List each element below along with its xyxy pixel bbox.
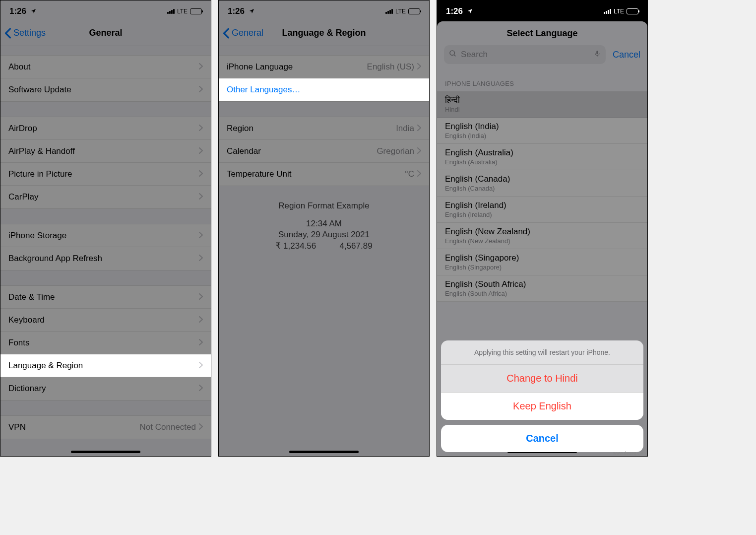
- cell-label: Calendar: [227, 146, 377, 156]
- cell-vpn[interactable]: VPNNot Connected: [0, 416, 211, 439]
- cell-picture-in-picture[interactable]: Picture in Picture: [0, 163, 211, 186]
- battery-icon: [627, 8, 638, 14]
- cell-label: Fonts: [8, 338, 199, 348]
- region-format-example: Region Format Example 12:34 AM Sunday, 2…: [219, 186, 429, 266]
- battery-icon: [190, 8, 202, 14]
- status-time: 1:26: [446, 6, 463, 16]
- status-time: 1:26: [228, 6, 245, 16]
- status-bar: 1:26 LTE: [219, 0, 429, 20]
- cell-about[interactable]: About: [0, 56, 211, 78]
- cell-label: Dictionary: [8, 384, 199, 394]
- home-indicator[interactable]: [289, 451, 359, 453]
- cell-date-time[interactable]: Date & Time: [0, 286, 211, 309]
- chevron-right-icon: [199, 169, 203, 179]
- chevron-right-icon: [199, 85, 203, 95]
- back-label: Settings: [13, 28, 46, 38]
- cell-software-update[interactable]: Software Update: [0, 78, 211, 101]
- cell-keyboard[interactable]: Keyboard: [0, 309, 211, 332]
- network-label: LTE: [614, 8, 624, 15]
- home-indicator[interactable]: [71, 451, 140, 453]
- cell-iphone-storage[interactable]: iPhone Storage: [0, 224, 211, 247]
- example-time: 12:34 AM: [219, 219, 429, 229]
- cell-value: Not Connected: [140, 422, 196, 432]
- cell-calendar[interactable]: CalendarGregorian: [219, 140, 429, 163]
- back-label: General: [232, 28, 263, 38]
- signal-icon: [385, 9, 393, 14]
- cell-airdrop[interactable]: AirDrop: [0, 117, 211, 140]
- chevron-right-icon: [199, 315, 203, 325]
- chevron-right-icon: [199, 124, 203, 134]
- cell-value: °C: [405, 169, 414, 179]
- cell-label: Picture in Picture: [8, 169, 199, 179]
- location-icon: [249, 6, 254, 16]
- chevron-right-icon: [417, 62, 421, 72]
- cell-label: Keyboard: [8, 315, 199, 325]
- chevron-right-icon: [199, 192, 203, 202]
- cell-label: About: [8, 62, 199, 72]
- cell-region[interactable]: RegionIndia: [219, 117, 429, 140]
- chevron-right-icon: [199, 384, 203, 394]
- chevron-right-icon: [199, 338, 203, 348]
- cell-label: iPhone Storage: [8, 231, 199, 241]
- cell-language-region[interactable]: Language & Region: [0, 354, 211, 377]
- cell-value: India: [396, 124, 414, 134]
- chevron-right-icon: [417, 124, 421, 134]
- battery-icon: [408, 8, 420, 14]
- network-label: LTE: [395, 8, 406, 15]
- location-icon: [31, 6, 36, 16]
- back-button[interactable]: Settings: [0, 28, 46, 39]
- cell-label: Temperature Unit: [227, 169, 405, 179]
- action-sheet: Applying this setting will restart your …: [441, 340, 643, 452]
- action-sheet-cancel-button[interactable]: Cancel: [441, 425, 643, 452]
- cell-label: Background App Refresh: [8, 254, 199, 264]
- status-bar: 1:26 LTE: [0, 0, 211, 20]
- nav-bar: Settings General: [0, 20, 211, 46]
- cell-label: Software Update: [8, 85, 199, 95]
- cell-label: CarPlay: [8, 192, 199, 202]
- chevron-right-icon: [199, 62, 203, 72]
- status-bar: 1:26 LTE: [437, 0, 647, 20]
- chevron-right-icon: [199, 231, 203, 241]
- cell-fonts[interactable]: Fonts: [0, 332, 211, 354]
- signal-icon: [167, 9, 175, 14]
- chevron-right-icon: [199, 254, 203, 264]
- cell-airplay-handoff[interactable]: AirPlay & Handoff: [0, 140, 211, 163]
- cell-background-app-refresh[interactable]: Background App Refresh: [0, 247, 211, 270]
- chevron-right-icon: [417, 169, 421, 179]
- signal-icon: [604, 9, 611, 14]
- cell-other-languages-[interactable]: Other Languages…: [219, 78, 429, 101]
- cell-label: AirPlay & Handoff: [8, 146, 199, 156]
- cell-carplay[interactable]: CarPlay: [0, 186, 211, 208]
- cell-label: Language & Region: [8, 361, 199, 371]
- cell-label: iPhone Language: [227, 62, 367, 72]
- status-time: 1:26: [9, 6, 26, 16]
- chevron-right-icon: [417, 146, 421, 156]
- screenshot-1-general: 1:26 LTE Settings General AboutSoftware …: [0, 0, 211, 457]
- cell-dictionary[interactable]: Dictionary: [0, 377, 211, 400]
- cell-value: Gregorian: [377, 146, 414, 156]
- cell-temperature-unit[interactable]: Temperature Unit°C: [219, 163, 429, 186]
- example-heading: Region Format Example: [219, 201, 429, 211]
- example-date: Sunday, 29 August 2021: [219, 230, 429, 240]
- location-icon: [467, 6, 473, 16]
- cell-label: Other Languages…: [227, 85, 421, 95]
- nav-bar: General Language & Region: [219, 20, 429, 46]
- cell-label: VPN: [8, 422, 140, 432]
- chevron-right-icon: [199, 422, 203, 432]
- cell-label: Date & Time: [8, 292, 199, 302]
- network-label: LTE: [177, 8, 188, 15]
- chevron-right-icon: [199, 361, 203, 371]
- change-to-hindi-button[interactable]: Change to Hindi: [441, 365, 643, 393]
- screenshot-3-select-language: 1:26 LTE Select Language Search Cancel: [437, 0, 648, 457]
- cell-iphone-language[interactable]: iPhone LanguageEnglish (US): [219, 56, 429, 78]
- keep-english-button[interactable]: Keep English: [441, 393, 643, 420]
- back-button[interactable]: General: [219, 28, 263, 39]
- example-numbers: ₹ 1,234.56 4,567.89: [219, 241, 429, 251]
- cell-value: English (US): [367, 62, 414, 72]
- screenshot-2-language-region: 1:26 LTE General Language & Region iPhon…: [218, 0, 430, 457]
- watermark: www.deuaq.com: [612, 450, 647, 456]
- cell-label: Region: [227, 124, 396, 134]
- action-sheet-message: Applying this setting will restart your …: [441, 340, 643, 365]
- cell-label: AirDrop: [8, 124, 199, 134]
- chevron-right-icon: [199, 292, 203, 302]
